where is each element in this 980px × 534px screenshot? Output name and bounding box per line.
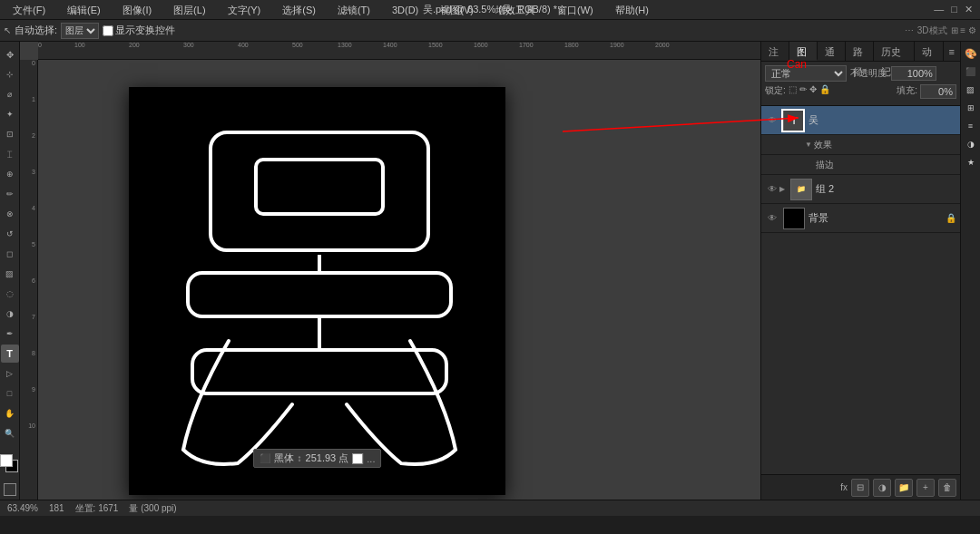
effect-expand-icon: ▼ (805, 141, 812, 149)
eraser-tool[interactable]: ◻ (1, 245, 19, 263)
layer-list: 👁 T 吴 ▼ 效果 描边 👁 ▶ 📁 (761, 106, 960, 474)
font-name: 黑体 (274, 451, 294, 465)
fill-input[interactable] (920, 84, 956, 99)
menu-image[interactable]: 图像(I) (117, 1, 157, 19)
mini-adjust-icon[interactable]: ◑ (963, 136, 979, 152)
menu-edit[interactable]: 编辑(E) (62, 1, 106, 19)
menu-file[interactable]: 文件(F) (7, 1, 51, 19)
svg-rect-3 (192, 350, 446, 393)
delete-layer-button[interactable]: 🗑 (938, 479, 956, 497)
auto-select-icon: ↖ (4, 25, 11, 35)
tab-actions[interactable]: 动作 (915, 42, 943, 61)
new-adjustment-button[interactable]: ◑ (873, 479, 891, 497)
layer-bg-row[interactable]: 👁 背景 🔒 (761, 204, 960, 233)
font-size: 251.93 点 (306, 451, 349, 465)
new-group-button[interactable]: 📁 (895, 479, 913, 497)
layer-thumb-bg (783, 208, 805, 229)
eyedropper-tool[interactable]: ⌶ (1, 145, 19, 163)
menu-3d[interactable]: 3D(D) (387, 1, 424, 19)
toolbar-3d-label: 3D模式 (917, 24, 947, 37)
mini-swatches-icon[interactable]: ⬛ (963, 63, 979, 80)
close-button[interactable]: ✕ (965, 4, 973, 15)
horizontal-ruler: 0 100 200 300 400 500 1300 1400 1500 160… (38, 42, 760, 60)
healing-tool[interactable]: ⊕ (1, 165, 19, 183)
mini-color-icon[interactable]: 🎨 (963, 45, 979, 62)
layer-group2-row[interactable]: 👁 ▶ 📁 组 2 (761, 175, 960, 204)
layer-thumb-group2: 📁 (790, 179, 812, 200)
layer-name-wu: 吴 (808, 113, 956, 127)
pen-tool[interactable]: ✒ (1, 325, 19, 343)
layer-name-group2: 组 2 (816, 182, 956, 196)
zoom-tool[interactable]: 🔍 (1, 424, 19, 442)
stroke-label: 描边 (816, 159, 960, 171)
svg-rect-0 (211, 132, 428, 250)
maximize-button[interactable]: □ (951, 4, 957, 15)
opacity-input[interactable] (891, 66, 936, 81)
lock-position-icon[interactable]: ✥ (809, 84, 817, 99)
quick-select-tool[interactable]: ✦ (1, 105, 19, 123)
tab-layers[interactable]: 图层 (789, 42, 818, 61)
menu-help[interactable]: 帮助(H) (610, 1, 654, 19)
tab-paths[interactable]: 路径 (846, 42, 874, 61)
menu-layer[interactable]: 图层(L) (168, 1, 211, 19)
blend-mode-select[interactable]: 正常 (765, 65, 847, 82)
panel-bottom-toolbar: fx ⊟ ◑ 📁 + 🗑 (761, 474, 960, 500)
doc-dimensions: 坐置: 1671 (75, 502, 119, 515)
eye-icon-wu[interactable]: 👁 (765, 113, 779, 128)
titlebar: 文件(F) 编辑(E) 图像(I) 图层(L) 文字(Y) 选择(S) 滤镜(T… (0, 0, 980, 20)
eye-icon-bg[interactable]: 👁 (765, 211, 779, 226)
font-size-icon: ↕ (298, 453, 302, 463)
menu-select[interactable]: 选择(S) (277, 1, 321, 19)
layers-panel: 注释 图层 通道 路径 历史记录 动作 ≡ 正常 不透明度: 锁定: ⬚ (760, 42, 960, 500)
mini-properties-icon[interactable]: ≡ (963, 118, 979, 134)
menu-window[interactable]: 窗口(W) (552, 1, 599, 19)
effect-row[interactable]: ▼ 效果 (761, 135, 960, 155)
mini-gradient-icon[interactable]: ▨ (963, 82, 979, 98)
layer-wu-row[interactable]: 👁 T 吴 (761, 106, 960, 135)
left-toolbar: ✥ ⊹ ⌀ ✦ ⊡ ⌶ ⊕ ✏ ⊗ ↺ ◻ ▨ ◌ ◑ ✒ T ▷ □ ✋ 🔍 (0, 42, 20, 500)
font-icon: ⬛ (260, 453, 270, 463)
lock-transparent-icon[interactable]: ⬚ (789, 84, 797, 99)
mini-patterns-icon[interactable]: ⊞ (963, 100, 979, 116)
show-transform-checkbox[interactable] (103, 25, 113, 36)
shape-tool[interactable]: □ (1, 384, 19, 403)
gradient-tool[interactable]: ▨ (1, 265, 19, 283)
fx-button[interactable]: fx (840, 482, 848, 492)
blur-tool[interactable]: ◌ (1, 285, 19, 303)
path-select-tool[interactable]: ▷ (1, 364, 19, 383)
tab-history[interactable]: 历史记录 (874, 42, 915, 61)
auto-select-dropdown[interactable]: 图层 组 (61, 23, 99, 39)
marquee-tool[interactable]: ⊹ (1, 65, 19, 83)
menu-filter[interactable]: 滤镜(T) (332, 1, 376, 19)
lock-all-icon[interactable]: 🔒 (819, 84, 830, 99)
brush-tool[interactable]: ✏ (1, 185, 19, 203)
move-tool[interactable]: ✥ (1, 45, 19, 63)
crop-tool[interactable]: ⊡ (1, 125, 19, 143)
stroke-effect-row[interactable]: 描边 (761, 155, 960, 175)
new-layer-button[interactable]: + (916, 479, 935, 497)
minimize-button[interactable]: — (934, 4, 944, 15)
canvas-area: 0 100 200 300 400 500 1300 1400 1500 160… (20, 42, 760, 500)
eye-icon-group2[interactable]: 👁 (765, 182, 779, 197)
auto-select-label: 自动选择: (15, 24, 57, 37)
panel-options-icon[interactable]: ≡ (944, 42, 960, 61)
mini-style-icon[interactable]: ★ (963, 154, 979, 170)
history-brush-tool[interactable]: ↺ (1, 225, 19, 243)
tab-notes[interactable]: 注释 (761, 42, 789, 61)
svg-rect-2 (188, 273, 451, 316)
clone-tool[interactable]: ⊗ (1, 205, 19, 223)
lasso-tool[interactable]: ⌀ (1, 85, 19, 103)
color-swatches[interactable] (0, 454, 20, 478)
text-tool[interactable]: T (1, 345, 19, 363)
lock-image-icon[interactable]: ✏ (799, 84, 807, 99)
font-more-button[interactable]: ... (367, 453, 375, 464)
hand-tool[interactable]: ✋ (1, 404, 19, 422)
add-mask-button[interactable]: ⊟ (851, 479, 869, 497)
text-color-swatch[interactable] (352, 453, 363, 464)
menu-text[interactable]: 文字(Y) (222, 1, 267, 19)
dodge-tool[interactable]: ◑ (1, 305, 19, 323)
show-transform-label: 显示变换控件 (103, 24, 175, 37)
foreground-color[interactable] (0, 454, 13, 467)
quick-mask-icon[interactable] (4, 483, 16, 496)
tab-channels[interactable]: 通道 (818, 42, 846, 61)
